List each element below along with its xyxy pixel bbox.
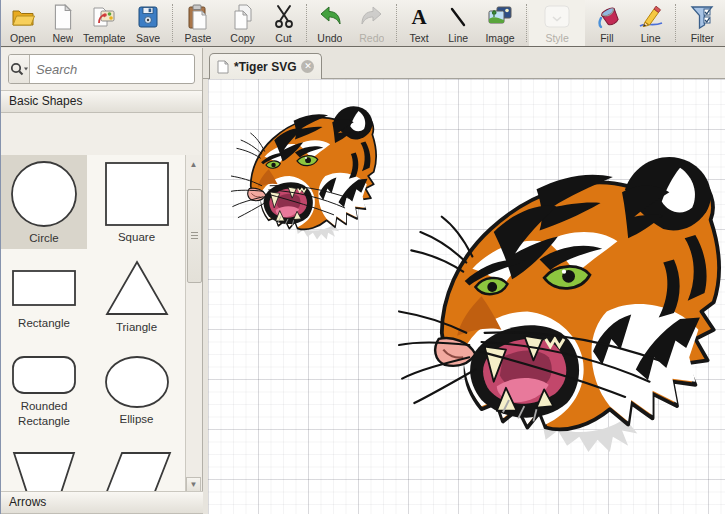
copy-button[interactable]: Copy bbox=[221, 0, 265, 46]
redo-button[interactable]: Redo bbox=[351, 0, 393, 46]
shape-item-rectangle[interactable]: Rectangle bbox=[1, 249, 87, 343]
tiger-artwork-large[interactable] bbox=[396, 119, 725, 455]
toolbar-label: Image bbox=[485, 32, 514, 44]
paste-clipboard-icon bbox=[186, 3, 210, 31]
shape-item-circle[interactable]: Circle bbox=[1, 155, 87, 249]
save-floppy-icon bbox=[136, 3, 160, 31]
toolbar-label: Paste bbox=[185, 32, 212, 44]
scrollbar-grip bbox=[191, 232, 198, 240]
toolbar-separator bbox=[672, 0, 678, 46]
template-icon bbox=[91, 3, 117, 31]
rounded-rectangle-shape-icon bbox=[11, 354, 77, 396]
open-folder-icon bbox=[10, 3, 36, 31]
tab-title: *Tiger SVG bbox=[234, 60, 296, 74]
document-area: *Tiger SVG ✕ bbox=[203, 48, 725, 514]
shape-item-rounded-rectangle[interactable]: Rounded Rectangle bbox=[1, 343, 87, 437]
drawing-canvas[interactable] bbox=[208, 79, 725, 514]
diagonal-line-icon bbox=[446, 3, 470, 31]
new-page-icon bbox=[52, 3, 74, 31]
main-toolbar: Open New Template Save Paste bbox=[1, 0, 725, 47]
shape-label: Rectangle bbox=[18, 316, 70, 330]
text-icon: A bbox=[407, 3, 431, 31]
tab-tiger-svg[interactable]: *Tiger SVG ✕ bbox=[209, 53, 322, 79]
shape-label: Rounded Rectangle bbox=[1, 399, 87, 428]
save-button[interactable]: Save bbox=[127, 0, 169, 46]
scroll-down-arrow-icon[interactable]: ▼ bbox=[186, 477, 201, 492]
section-header-arrows[interactable]: Arrows bbox=[1, 491, 210, 514]
cut-scissors-icon bbox=[272, 3, 296, 31]
toolbar-label: Undo bbox=[317, 32, 342, 44]
copy-pages-icon bbox=[231, 3, 255, 31]
search-box bbox=[8, 54, 195, 84]
shape-grid: Circle Square Rectangle Triangle Rounded bbox=[1, 155, 186, 492]
undo-arrow-icon bbox=[317, 3, 343, 31]
toolbar-separator bbox=[169, 0, 175, 46]
filter-button[interactable]: Filter bbox=[679, 0, 725, 46]
toolbar-label: New bbox=[52, 32, 73, 44]
ellipse-shape-icon bbox=[104, 355, 170, 409]
scrollbar-thumb[interactable] bbox=[187, 189, 202, 283]
fill-button[interactable]: Fill bbox=[585, 0, 629, 46]
rectangle-shape-icon bbox=[11, 263, 77, 313]
toolbar-label: Open bbox=[10, 32, 36, 44]
svg-text:A: A bbox=[411, 5, 427, 29]
search-icon bbox=[9, 61, 29, 77]
image-tool-button[interactable]: Image bbox=[477, 0, 522, 46]
shape-list: Circle Square Rectangle Triangle Rounded bbox=[1, 155, 202, 492]
search-input[interactable] bbox=[30, 55, 195, 83]
shape-label: Circle bbox=[29, 231, 58, 245]
tab-bar: *Tiger SVG ✕ bbox=[203, 48, 725, 79]
filter-funnel-icon bbox=[689, 3, 715, 31]
new-button[interactable]: New bbox=[45, 0, 81, 46]
tab-close-icon[interactable]: ✕ bbox=[301, 60, 314, 73]
toolbar-label: Fill bbox=[600, 32, 613, 44]
toolbar-label: Cut bbox=[275, 32, 291, 44]
template-button[interactable]: Template bbox=[81, 0, 127, 46]
toolbar-separator bbox=[393, 0, 399, 46]
redo-arrow-icon bbox=[359, 3, 385, 31]
document-icon bbox=[217, 60, 229, 74]
shape-label: Ellipse bbox=[120, 412, 154, 426]
scroll-up-arrow-icon[interactable]: ▲ bbox=[186, 157, 201, 172]
shape-label: Square bbox=[118, 230, 155, 244]
paste-button[interactable]: Paste bbox=[175, 0, 220, 46]
section-header-basic-shapes[interactable]: Basic Shapes bbox=[1, 90, 202, 113]
undo-button[interactable]: Undo bbox=[309, 0, 351, 46]
shape-item-triangle[interactable]: Triangle bbox=[87, 249, 186, 343]
search-row bbox=[1, 48, 202, 90]
text-tool-button[interactable]: A Text bbox=[399, 0, 439, 46]
toolbar-label: Style bbox=[545, 32, 568, 44]
tiger-artwork-small[interactable] bbox=[230, 89, 382, 241]
style-button[interactable]: Style bbox=[529, 0, 585, 46]
style-button-band: Style bbox=[529, 0, 585, 46]
triangle-shape-icon bbox=[104, 259, 170, 317]
fill-bucket-icon bbox=[593, 3, 621, 31]
toolbar-label: Text bbox=[409, 32, 428, 44]
line-tool-button[interactable]: Line bbox=[439, 0, 477, 46]
shape-list-scrollbar[interactable]: ▲ ▼ bbox=[185, 155, 202, 492]
toolbar-separator bbox=[303, 0, 309, 46]
square-shape-icon bbox=[104, 161, 170, 227]
toolbar-label: Redo bbox=[359, 32, 384, 44]
toolbar-label: Copy bbox=[230, 32, 255, 44]
shapes-sidebar: Basic Shapes Circle Square Rectangle bbox=[1, 48, 203, 514]
toolbar-label: Line bbox=[641, 32, 661, 44]
vector-editor-window: Open New Template Save Paste bbox=[0, 0, 725, 514]
search-options-button[interactable] bbox=[9, 55, 30, 83]
circle-shape-icon bbox=[9, 160, 79, 228]
toolbar-label: Template bbox=[83, 32, 125, 44]
toolbar-label: Line bbox=[448, 32, 468, 44]
cut-button[interactable]: Cut bbox=[264, 0, 302, 46]
shape-item-square[interactable]: Square bbox=[87, 155, 186, 249]
pencil-icon bbox=[637, 3, 665, 31]
image-photos-icon bbox=[487, 3, 513, 31]
shape-item-ellipse[interactable]: Ellipse bbox=[87, 343, 186, 437]
toolbar-separator bbox=[523, 0, 529, 46]
toolbar-label: Filter bbox=[691, 32, 714, 44]
line-style-button[interactable]: Line bbox=[629, 0, 673, 46]
open-button[interactable]: Open bbox=[1, 0, 45, 46]
shape-label: Triangle bbox=[116, 320, 157, 334]
style-swatch-icon bbox=[542, 3, 572, 31]
toolbar-label: Save bbox=[136, 32, 160, 44]
